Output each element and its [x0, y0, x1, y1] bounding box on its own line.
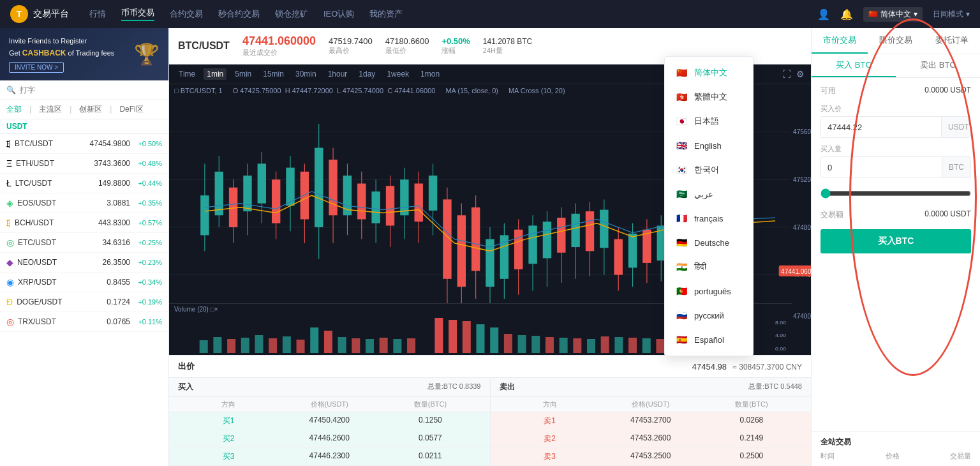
tf-30min[interactable]: 30min: [292, 68, 320, 80]
search-input[interactable]: [20, 86, 162, 94]
tf-15min[interactable]: 15min: [260, 68, 287, 80]
total-value: 0.0000 USDT: [924, 209, 971, 220]
lang-option-hindi[interactable]: 🇮🇳 हिंदी: [665, 255, 753, 279]
list-item[interactable]: Ł LTC/USDT 149.8800 +0.44%: [0, 174, 168, 193]
lang-option-french[interactable]: 🇫🇷 français: [665, 206, 753, 230]
tf-5min[interactable]: 5min: [232, 68, 255, 80]
buy-btc-button[interactable]: 买入BTC: [820, 229, 971, 253]
eth-icon: Ξ: [6, 158, 12, 169]
tab-mainstream[interactable]: 主流区: [39, 104, 62, 115]
svg-rect-101: [352, 338, 360, 353]
lang-option-traditional-chinese[interactable]: 🇭🇰 繁體中文: [665, 85, 753, 109]
buy-qty-field[interactable]: BTC: [820, 156, 971, 178]
buy-order-row[interactable]: 买1 47450.4200 0.1250: [169, 412, 490, 430]
tab-innovation[interactable]: 创新区: [79, 104, 102, 115]
tab-sell-btc[interactable]: 卖出 BTC: [896, 54, 980, 77]
list-item[interactable]: Ξ ETH/USDT 3743.3600 +0.48%: [0, 154, 168, 174]
invite-text-2: Get CASHBACK of Trading fees: [9, 47, 114, 59]
svg-rect-58: [528, 225, 537, 264]
list-item[interactable]: ◉ XRP/USDT 0.8455 +0.34%: [0, 273, 168, 292]
lang-option-portuguese[interactable]: 🇵🇹 português: [665, 279, 753, 303]
sell-order-row[interactable]: 卖1 47453.2700 0.0268: [491, 412, 812, 430]
lang-option-japanese[interactable]: 🇯🇵 日本語: [665, 109, 753, 133]
language-dropdown[interactable]: 🇨🇳 简体中文 🇭🇰 繁體中文 🇯🇵 日本語 🇬🇧 English 🇰🇷 한국어…: [664, 56, 754, 356]
tab-limit-order[interactable]: 限价交易: [868, 28, 924, 54]
mode-button[interactable]: 日间模式 ▾: [933, 9, 970, 20]
neo-icon: ◆: [6, 257, 13, 267]
coin-change: +0.23%: [130, 259, 162, 266]
tab-all[interactable]: 全部: [6, 104, 22, 115]
tf-1min[interactable]: 1min: [204, 68, 226, 80]
coin-change: +0.25%: [130, 239, 162, 246]
tab-buy-btc[interactable]: 买入 BTC: [812, 54, 896, 77]
settings-icon[interactable]: ⚙: [796, 69, 805, 79]
nav-mining[interactable]: 锁仓挖矿: [275, 8, 308, 20]
tf-1mon[interactable]: 1mon: [417, 68, 443, 80]
list-item[interactable]: ₿ BTC/USDT 47454.9800 +0.50%: [0, 134, 168, 154]
lang-option-korean[interactable]: 🇰🇷 한국어: [665, 158, 753, 182]
svg-text:47560: 47560: [793, 128, 811, 136]
tf-1week[interactable]: 1week: [383, 68, 412, 80]
nav-market[interactable]: 行情: [89, 8, 106, 20]
buy-qty-input[interactable]: [821, 158, 942, 177]
doge-icon: Ð: [6, 297, 13, 307]
svg-rect-24: [286, 168, 294, 206]
list-item[interactable]: ◆ NEO/USDT 26.3500 +0.23%: [0, 253, 168, 273]
coin-price: 0.8455: [79, 278, 130, 287]
tab-defi[interactable]: DeFi区: [119, 104, 143, 115]
language-button[interactable]: 🇨🇳 简体中文 ▾: [863, 7, 923, 22]
svg-rect-56: [514, 230, 523, 269]
lang-option-english[interactable]: 🇬🇧 English: [665, 133, 753, 158]
top-navigation: T 交易平台 行情 币币交易 合约交易 秒合约交易 锁仓挖矿 IEO认购 我的资…: [0, 0, 980, 28]
lang-label-german: Deutsche: [694, 238, 729, 248]
nav-spot-trade[interactable]: 币币交易: [121, 7, 154, 21]
flag-cn: 🇨🇳: [675, 66, 688, 79]
sell-price-1: 47453.2700: [600, 416, 701, 426]
list-item[interactable]: ₿ BCH/USDT 443.8300 +0.57%: [0, 213, 168, 233]
buy-order-row[interactable]: 买2 47446.2600 0.0577: [169, 430, 490, 448]
list-item[interactable]: Ð DOGE/USDT 0.1724 +0.19%: [0, 292, 168, 312]
svg-text:0.00: 0.00: [775, 345, 786, 352]
list-item[interactable]: ◎ ETC/USDT 34.6316 +0.25%: [0, 233, 168, 253]
pair-tf-label: □ BTC/USDT, 1: [174, 87, 223, 94]
tab-order-list[interactable]: 委托订单: [924, 28, 980, 54]
buy-order-row[interactable]: 买3 47446.2300 0.0211: [169, 448, 490, 466]
coin-name: LTC/USDT: [15, 179, 79, 188]
tab-market-order[interactable]: 市价交易: [812, 28, 868, 54]
sell-dir-1: 卖1: [500, 416, 600, 426]
flag-ru: 🇷🇺: [675, 309, 688, 322]
invite-now-button[interactable]: INVITE NOW >: [9, 62, 64, 73]
ma-label: MA (15, close, 0): [445, 87, 498, 94]
lang-option-german[interactable]: 🇩🇪 Deutsche: [665, 230, 753, 255]
lang-option-spanish[interactable]: 🇪🇸 Español: [665, 327, 753, 352]
svg-rect-105: [407, 338, 415, 353]
nav-assets[interactable]: 我的资产: [369, 8, 403, 20]
bell-icon[interactable]: 🔔: [840, 8, 853, 20]
lang-option-arabic[interactable]: 🇸🇦 عربي: [665, 182, 753, 206]
tf-1day[interactable]: 1day: [355, 68, 378, 80]
lang-option-simplified-chinese[interactable]: 🇨🇳 简体中文: [665, 61, 753, 85]
low-price-val: 47180.6600: [385, 36, 429, 46]
svg-rect-114: [546, 337, 554, 353]
expand-icon[interactable]: ⛶: [782, 69, 791, 79]
lang-option-russian[interactable]: 🇷🇺 русский: [665, 303, 753, 327]
nav-second-futures[interactable]: 秒合约交易: [218, 8, 260, 20]
list-item[interactable]: ◎ TRX/USDT 0.0765 +0.11%: [0, 312, 168, 332]
buy-price-field[interactable]: USDT: [820, 116, 971, 138]
user-icon[interactable]: 👤: [817, 8, 830, 20]
tf-time[interactable]: Time: [175, 68, 198, 80]
buy-price-input[interactable]: [821, 118, 941, 137]
sell-order-row[interactable]: 卖2 47453.2600 0.2149: [491, 430, 812, 448]
market-tabs: 全部 | 主流区 | 创新区 | DeFi区: [0, 100, 168, 119]
sell-order-row[interactable]: 卖3 47453.2500 0.2500: [491, 448, 812, 466]
low-label: 最低价: [385, 46, 429, 56]
nav-ieo[interactable]: IEO认购: [323, 8, 354, 20]
buy-dir-1: 买1: [178, 416, 279, 426]
tf-1hour[interactable]: 1hour: [325, 68, 351, 80]
svg-rect-110: [490, 327, 498, 353]
logo[interactable]: T 交易平台: [10, 5, 69, 23]
nav-futures[interactable]: 合约交易: [170, 8, 203, 20]
svg-text:47400: 47400: [793, 312, 811, 320]
amount-slider[interactable]: [820, 188, 971, 199]
list-item[interactable]: ◈ EOS/USDT 3.0881 +0.35%: [0, 193, 168, 213]
